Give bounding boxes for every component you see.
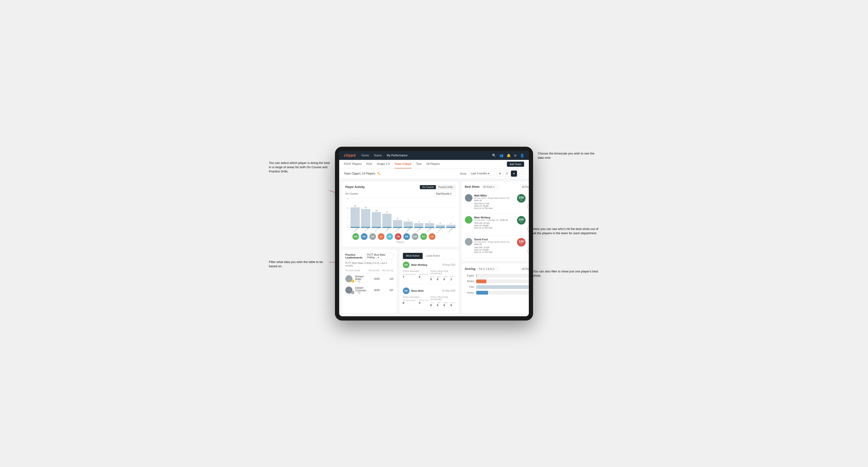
plus-circle-icon[interactable]: ⊕ <box>514 154 517 157</box>
card-view-toggle[interactable]: ♥ <box>511 170 517 177</box>
player-name-labels: B. McHarg R. Britt D. Ford J. Coles E. E… <box>345 228 456 231</box>
annotation-bottomleft: Filter what data you wish the table to b… <box>269 260 326 269</box>
right-column: Best Shots All Shots ▾ All Players ▾ <box>462 182 529 313</box>
avatar-robertson[interactable]: LR <box>429 233 435 240</box>
leaderboard-row-2[interactable]: 2 Edward Crossman ☆ 2 18/20 107 <box>345 285 394 296</box>
avatar-billingham[interactable]: OB <box>395 233 401 240</box>
tab-tour[interactable]: Tour <box>416 160 422 168</box>
shot-badge-ford: 198 SG <box>517 238 526 247</box>
practice-leaderboards-card: Practice Leaderboards PUTT Must Make Put… <box>342 250 397 313</box>
avatar-miller[interactable]: MM <box>412 233 418 240</box>
avatar-britt[interactable]: RB <box>361 233 368 240</box>
best-shots-header: Best Shots All Shots ▾ All Players ▾ <box>465 185 529 189</box>
nav-teams[interactable]: Teams <box>374 153 382 158</box>
nav-home[interactable]: Home <box>361 153 369 158</box>
avatar-mcharg[interactable]: BM <box>352 233 359 240</box>
scoring-players-dropdown[interactable]: All Players ▾ <box>520 267 529 271</box>
shot-avatar-ford <box>465 238 472 246</box>
annotation-midright: Here you can see who's hit the best shot… <box>533 227 599 236</box>
shot-dists-mcharg: 43 yds 0 yds <box>527 216 529 233</box>
search-icon[interactable]: 🔍 <box>492 154 496 157</box>
best-shots-title: Best Shots <box>465 185 480 188</box>
nav-bar: clippd Home Teams My Performance 🔍 👥 🔔 ⊕… <box>339 151 529 160</box>
shot-player-info-ford: David Ford 24 Aug 2023 · Royal North Dev… <box>474 238 515 253</box>
ap-avatar-britt: RB <box>403 287 409 294</box>
ap-stats-britt: Total Rounds Tournament 8 <box>403 296 456 307</box>
all-players-dropdown[interactable]: All Players ▾ <box>520 185 529 189</box>
shot-entry-miller[interactable]: Matt Miller 09 Jun 2023 · Royal North De… <box>465 192 529 214</box>
least-active-tab[interactable]: Least Active <box>423 253 443 259</box>
avatar-coles[interactable]: JC <box>378 233 384 240</box>
avatar-ford[interactable]: DF <box>369 233 376 240</box>
nav-links: Home Teams My Performance <box>361 153 407 158</box>
player-activity-title: Player Activity <box>345 185 365 189</box>
scoring-bar-wrap-pars <box>476 285 529 289</box>
scoring-chart: Eagles 3 Birdies <box>465 274 529 294</box>
shot-badge-miller: 200 SG <box>517 194 526 203</box>
tab-pgat-players[interactable]: PGAT Players <box>344 160 362 168</box>
on-course-pill[interactable]: On Course <box>420 185 436 189</box>
settings-view-toggle[interactable]: ⋮ <box>518 170 524 177</box>
bar-b-mcharg: 13 <box>350 205 360 228</box>
timescale-dropdown[interactable]: Last 3 months ▾ <box>469 171 494 176</box>
tab-team-clippd[interactable]: Team Clippd <box>395 160 411 168</box>
scoring-bar-wrap-eagles <box>476 274 529 278</box>
avatar-crossman[interactable]: EC <box>420 233 427 240</box>
users-icon[interactable]: 👥 <box>499 154 503 157</box>
scoring-header: Scoring Par 3, 4 & 5s ▾ All Players ▾ <box>465 267 529 271</box>
rank-2: 2 <box>345 286 353 294</box>
most-active-tab[interactable]: Most Active <box>403 253 423 259</box>
edit-icon[interactable]: ✏️ <box>377 172 381 175</box>
shot-dists-ford: 16 yds 0 yds <box>527 238 529 255</box>
scoring-row-pars: Pars 499 <box>465 285 529 289</box>
shot-entry-mcharg[interactable]: Blair McHarg 23 Jul 2023 · Ashridge GC, … <box>465 214 529 236</box>
all-shots-dropdown[interactable]: All Shots ▾ <box>482 185 498 189</box>
tab-all-players[interactable]: All Players <box>426 160 440 168</box>
scoring-filter-dropdown[interactable]: Par 3, 4 & 5s ▾ <box>477 267 498 271</box>
tab-pga[interactable]: PGA <box>366 160 372 168</box>
add-team-button[interactable]: Add Team <box>507 161 524 167</box>
activity-entries: BM Blair McHarg 26 Aug 2023 Total Rounds <box>403 261 456 310</box>
annotation-topright: Choose the timescale you wish to see the… <box>538 151 599 160</box>
bell-icon[interactable]: 🔔 <box>507 154 511 157</box>
y-axis: 15 10 5 0 <box>345 198 349 228</box>
avatar-ebert[interactable]: EE <box>386 233 393 240</box>
left-column: Player Activity On Course Practice Drill… <box>342 182 459 313</box>
practice-drills-pill[interactable]: Practice Drills <box>436 185 455 189</box>
avatar-butler[interactable]: RB <box>403 233 410 240</box>
shot-player-info-mcharg: Blair McHarg 23 Jul 2023 · Ashridge GC, … <box>474 216 515 229</box>
player-richard-butler: Richard Butler ★ 1 <box>355 275 366 283</box>
avatar-icon[interactable]: 👤 <box>520 154 524 157</box>
scoring-title: Scoring <box>465 267 475 271</box>
dist1-miller: 67 yds <box>527 194 529 202</box>
players-axis-label: Players <box>345 241 456 243</box>
sub-nav-right: Add Team <box>507 161 524 167</box>
show-label: Show: <box>460 172 467 175</box>
chart-dropdown[interactable]: Total Rounds ▾ <box>434 192 455 196</box>
leaderboard-row-1[interactable]: 1 Richard Butler ★ 1 19/20 110 <box>345 273 394 285</box>
nav-logo: clippd <box>344 153 356 158</box>
ap-stats-mcharg: Total Rounds Tournament 7 <box>403 270 456 281</box>
activity-tabs: Most Active Least Active <box>403 253 456 259</box>
bars-container: 13 12 <box>350 198 456 228</box>
scoring-bar-wrap-bogeys <box>476 291 529 294</box>
bar-chart: 15 10 5 0 <box>345 198 456 228</box>
grid-view-toggle[interactable]: ⊞ <box>497 170 503 177</box>
tab-hcaps[interactable]: Hcaps 1-5 <box>377 160 390 168</box>
ap-header-mcharg: BM Blair McHarg 26 Aug 2023 <box>403 261 456 268</box>
list-view-toggle[interactable]: ☰ <box>504 170 510 177</box>
team-header: Team Clippd | 14 Players ✏️ Show: Last 3… <box>339 168 529 179</box>
practice-dropdown[interactable]: PUTT Must Make Putting ... ▾ <box>366 253 394 259</box>
scoring-bar-wrap-birdies <box>476 280 529 283</box>
practice-header: Practice Leaderboards PUTT Must Make Put… <box>345 253 394 259</box>
dist1-ford: 16 yds <box>527 238 529 246</box>
shot-dists-miller: 67 yds 0 yds <box>527 194 529 211</box>
nav-myperformance[interactable]: My Performance <box>386 153 407 158</box>
bar-j-coles: 9 <box>382 211 392 228</box>
main-content: Player Activity On Course Practice Drill… <box>339 179 529 316</box>
scoring-row-birdies: Birdies 96 <box>465 280 529 283</box>
shot-entry-ford[interactable]: David Ford 24 Aug 2023 · Royal North Dev… <box>465 236 529 257</box>
practice-subtitle: PUTT Must Make Putting (3-6 ft), Last 3 … <box>345 262 394 267</box>
course-practice-toggle: On Course Practice Drills <box>420 185 455 189</box>
bottom-row: Practice Leaderboards PUTT Must Make Put… <box>342 250 459 313</box>
